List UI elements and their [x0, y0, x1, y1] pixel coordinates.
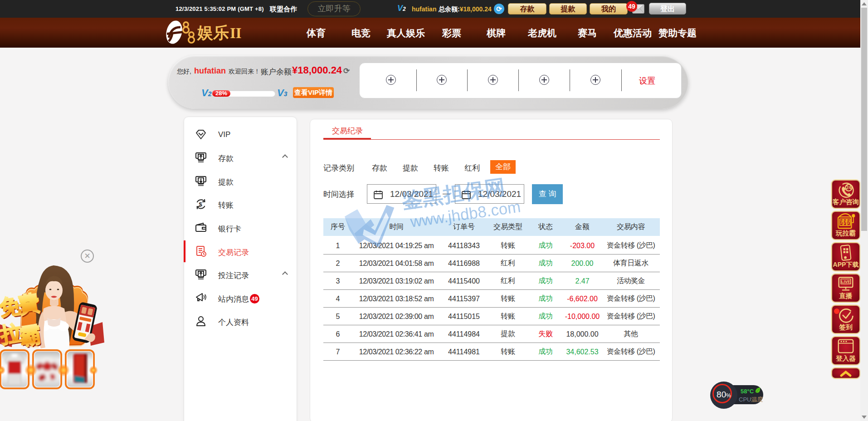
svg-text:霸: 霸: [18, 322, 43, 349]
svg-text:7: 7: [840, 220, 843, 225]
svg-text:費: 費: [16, 290, 41, 317]
svg-text:娱乐: 娱乐: [197, 24, 229, 41]
svg-text:24: 24: [846, 185, 852, 190]
svg-text:7: 7: [847, 220, 850, 225]
svg-text:LIVE: LIVE: [841, 279, 850, 284]
svg-text:$: $: [199, 201, 203, 208]
svg-text:7: 7: [844, 220, 846, 225]
svg-text:II: II: [230, 25, 242, 41]
